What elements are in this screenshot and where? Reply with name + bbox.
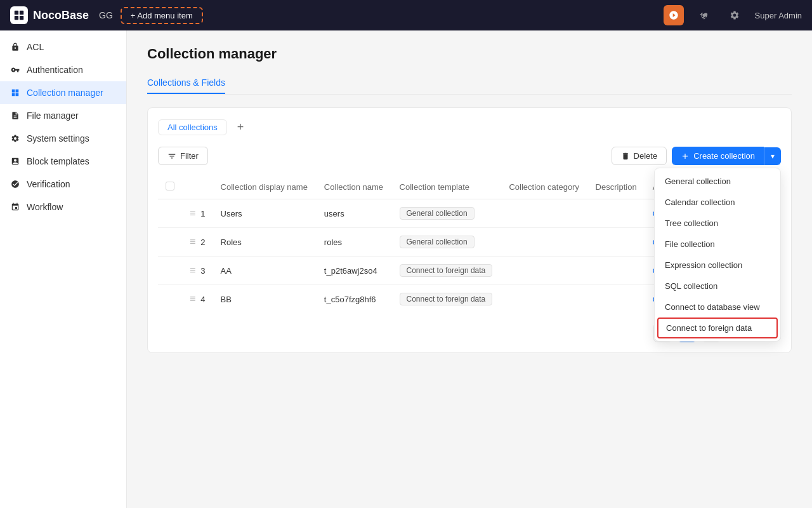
col-name: Collection name xyxy=(317,175,392,199)
row-display-name: Roles xyxy=(213,228,317,257)
row-template-tag: General collection xyxy=(400,236,475,248)
dropdown-item-foreign-data[interactable]: Connect to foreign data xyxy=(657,318,778,338)
collections-area: All collections + Filter Delete xyxy=(147,107,792,353)
filter-button[interactable]: Filter xyxy=(158,147,208,165)
user-abbreviation: GG xyxy=(99,10,113,20)
top-navigation: NocoBase GG + Add menu item Super Admin xyxy=(0,0,812,30)
sidebar: ACL Authentication Collection manager Fi… xyxy=(0,30,127,508)
rocket-icon[interactable] xyxy=(694,5,714,25)
tab-bar: Collections & Fields xyxy=(147,72,792,95)
row-name: t_p2t6awj2so4 xyxy=(317,257,392,285)
col-template: Collection template xyxy=(392,175,502,199)
drag-handle[interactable]: ≡ xyxy=(190,236,195,248)
row-number: 3 xyxy=(200,266,205,276)
tab-collections-fields[interactable]: Collections & Fields xyxy=(147,72,225,94)
dropdown-item-database-view[interactable]: Connect to database view xyxy=(655,297,780,318)
row-category xyxy=(501,257,587,285)
add-collection-tab-button[interactable]: + xyxy=(232,118,249,137)
brand-logo: NocoBase xyxy=(10,6,89,24)
drag-handle[interactable]: ≡ xyxy=(190,293,195,305)
filter-icon xyxy=(167,152,176,161)
lock-icon xyxy=(10,42,20,52)
col-description: Description xyxy=(588,175,645,199)
svg-rect-2 xyxy=(15,16,18,20)
col-display-name: Collection display name xyxy=(213,175,317,199)
plus-icon xyxy=(681,152,690,161)
delete-icon xyxy=(621,152,630,161)
dropdown-item-sql[interactable]: SQL collection xyxy=(655,276,780,297)
sidebar-item-system-settings[interactable]: System settings xyxy=(0,127,126,150)
sidebar-item-block-templates[interactable]: Block templates xyxy=(0,150,126,173)
row-category xyxy=(501,199,587,228)
row-display-name: BB xyxy=(213,285,317,314)
drag-handle[interactable]: ≡ xyxy=(190,265,195,276)
sidebar-item-authentication[interactable]: Authentication xyxy=(0,58,126,81)
settings-icon[interactable] xyxy=(724,5,745,25)
page-title: Collection manager xyxy=(147,46,792,62)
main-content: Collection manager Collections & Fields … xyxy=(127,30,812,508)
row-number: 2 xyxy=(200,237,205,247)
create-collection-dropdown-menu: General collection Calendar collection T… xyxy=(654,168,781,342)
row-number: 4 xyxy=(200,295,205,304)
key-icon xyxy=(10,65,20,75)
sidebar-item-verification[interactable]: Verification xyxy=(0,173,126,196)
row-description xyxy=(588,285,645,314)
sidebar-item-workflow[interactable]: Workflow xyxy=(0,196,126,218)
create-collection-main-button[interactable]: Create collection xyxy=(672,147,764,165)
row-display-name: AA xyxy=(213,257,317,285)
drag-handle[interactable]: ≡ xyxy=(190,208,195,219)
row-template-tag: General collection xyxy=(400,207,475,220)
row-name: t_c5o7fzg8hf6 xyxy=(317,285,392,314)
grid-icon xyxy=(10,88,20,98)
toolbar-right: Delete Create collection ▾ General colle… xyxy=(612,147,781,165)
add-menu-item-button[interactable]: + Add menu item xyxy=(121,7,203,24)
logo-icon xyxy=(10,6,28,24)
row-description xyxy=(588,257,645,285)
col-category: Collection category xyxy=(501,175,587,199)
design-icon[interactable] xyxy=(664,5,684,25)
file-icon xyxy=(10,110,20,121)
dropdown-item-expression[interactable]: Expression collection xyxy=(655,255,780,276)
svg-rect-1 xyxy=(20,11,23,15)
delete-button[interactable]: Delete xyxy=(612,147,667,165)
svg-rect-3 xyxy=(20,16,23,20)
row-category xyxy=(501,285,587,314)
dropdown-item-file[interactable]: File collection xyxy=(655,234,780,255)
row-description xyxy=(588,228,645,257)
svg-rect-0 xyxy=(15,11,18,15)
row-name: roles xyxy=(317,228,392,257)
dropdown-item-general[interactable]: General collection xyxy=(655,171,780,192)
row-category xyxy=(501,228,587,257)
dropdown-item-calendar[interactable]: Calendar collection xyxy=(655,192,780,213)
select-all-checkbox[interactable] xyxy=(166,182,174,190)
sidebar-item-acl[interactable]: ACL xyxy=(0,36,126,58)
collections-bar: All collections + xyxy=(158,118,781,137)
toolbar: Filter Delete Create collection ▾ xyxy=(158,147,781,165)
system-settings-icon xyxy=(10,133,20,144)
row-name: users xyxy=(317,199,392,228)
sidebar-item-file-manager[interactable]: File manager xyxy=(0,104,126,127)
template-icon xyxy=(10,156,20,166)
admin-label: Super Admin xyxy=(755,11,802,20)
row-display-name: Users xyxy=(213,199,317,228)
sidebar-item-collection-manager[interactable]: Collection manager xyxy=(0,81,126,104)
create-collection-dropdown-button[interactable]: ▾ xyxy=(764,147,781,165)
workflow-icon xyxy=(10,202,20,212)
check-circle-icon xyxy=(10,179,20,189)
dropdown-item-tree[interactable]: Tree collection xyxy=(655,213,780,234)
row-template-tag: Connect to foreign data xyxy=(400,293,493,305)
row-template-tag: Connect to foreign data xyxy=(400,264,493,277)
topnav-icons: Super Admin xyxy=(664,5,802,25)
row-description xyxy=(588,199,645,228)
all-collections-tab[interactable]: All collections xyxy=(158,119,227,135)
row-number: 1 xyxy=(200,209,205,218)
create-collection-button-group: Create collection ▾ xyxy=(672,147,781,165)
